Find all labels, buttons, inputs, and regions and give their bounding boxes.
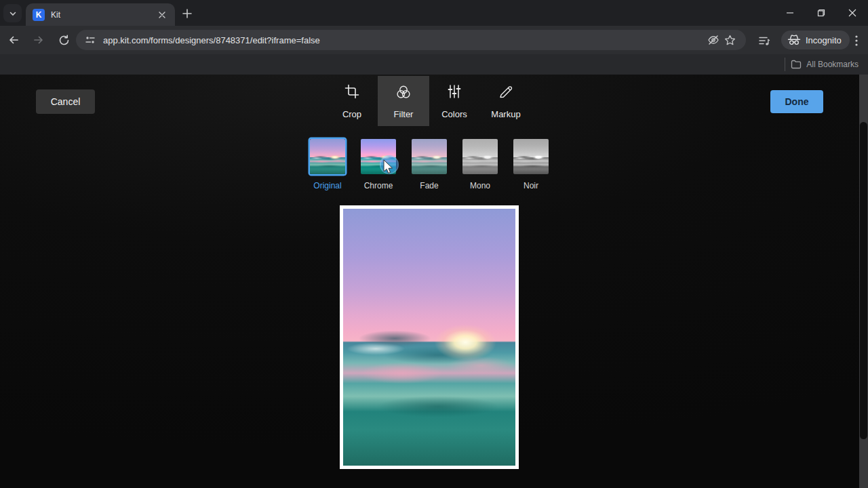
- reload-icon: [58, 35, 70, 46]
- mouse-cursor: [382, 159, 395, 176]
- bookmark-star-button[interactable]: [722, 32, 738, 48]
- kebab-menu-icon: [855, 35, 858, 46]
- tab-crop[interactable]: Crop: [332, 84, 372, 119]
- forward-arrow-icon: [33, 34, 45, 46]
- tab-strip: K Kit: [0, 0, 868, 26]
- url-text: app.kit.com/forms/designers/8748371/edit…: [103, 35, 705, 45]
- media-list-icon: [758, 35, 770, 47]
- filter-label-original: Original: [302, 181, 353, 190]
- tab-markup[interactable]: Markup: [486, 84, 526, 119]
- all-bookmarks-button[interactable]: All Bookmarks: [791, 54, 859, 75]
- plus-icon: [182, 9, 192, 18]
- eye-off-icon: [707, 34, 719, 46]
- tab-close-icon[interactable]: [156, 9, 168, 21]
- photo-preview-image: [343, 209, 515, 466]
- thumbnail-image-mono: [462, 139, 498, 174]
- thumbnail-image-original: [310, 139, 345, 174]
- page-scrollbar[interactable]: [859, 75, 868, 488]
- browser-window: K Kit: [0, 0, 868, 488]
- new-tab-button[interactable]: [179, 5, 195, 22]
- browser-tab[interactable]: K Kit: [26, 3, 175, 26]
- site-settings-icon: [84, 34, 96, 46]
- address-bar[interactable]: app.kit.com/forms/designers/8748371/edit…: [76, 30, 746, 50]
- incognito-badge: Incognito: [781, 30, 850, 49]
- sliders-icon: [447, 84, 462, 99]
- filter-thumb-mono[interactable]: Mono: [454, 139, 506, 190]
- tab-filter[interactable]: Filter: [383, 84, 424, 119]
- tab-colors[interactable]: Colors: [434, 84, 475, 119]
- bookmarks-separator: [785, 58, 785, 71]
- cancel-button[interactable]: Cancel: [36, 89, 95, 114]
- browser-menu-button[interactable]: [848, 32, 865, 49]
- incognito-icon: [787, 35, 801, 45]
- filter-label-mono: Mono: [454, 181, 506, 190]
- back-arrow-icon: [7, 34, 20, 46]
- tab-filter-label: Filter: [394, 109, 414, 119]
- tab-search-button[interactable]: [3, 4, 22, 22]
- scrollbar-thumb[interactable]: [860, 122, 867, 439]
- back-button[interactable]: [2, 28, 25, 52]
- window-controls: [774, 0, 868, 26]
- incognito-label: Incognito: [806, 35, 842, 45]
- kit-favicon: K: [33, 9, 45, 21]
- filter-label-chrome: Chrome: [353, 181, 404, 190]
- done-button[interactable]: Done: [770, 90, 823, 113]
- filter-label-noir: Noir: [505, 181, 557, 190]
- thumbnail-image-fade: [412, 139, 447, 174]
- tab-colors-label: Colors: [441, 109, 467, 119]
- close-window-button[interactable]: [837, 0, 868, 26]
- folder-icon: [791, 60, 802, 69]
- restore-icon: [817, 9, 825, 17]
- star-icon: [724, 35, 736, 46]
- close-icon: [848, 9, 856, 17]
- editor-page: Cancel Done Crop Filter Colors Markup Or…: [0, 75, 868, 488]
- forward-button[interactable]: [27, 28, 50, 52]
- tab-title: Kit: [51, 10, 156, 20]
- filter-thumb-original[interactable]: Original: [302, 139, 353, 190]
- all-bookmarks-label: All Bookmarks: [806, 60, 859, 69]
- crop-icon: [344, 84, 359, 99]
- tab-markup-label: Markup: [491, 109, 520, 119]
- restore-button[interactable]: [806, 0, 837, 26]
- minimize-icon: [786, 9, 794, 17]
- filter-label-fade: Fade: [403, 181, 455, 190]
- tab-crop-label: Crop: [342, 109, 361, 119]
- media-controls-button[interactable]: [755, 32, 773, 49]
- photo-preview-frame: [340, 205, 519, 469]
- filter-thumb-fade[interactable]: Fade: [403, 139, 455, 190]
- pencil-icon: [498, 84, 513, 99]
- reload-button[interactable]: [52, 28, 75, 52]
- filter-icon: [395, 84, 412, 100]
- thumbnail-image-noir: [513, 139, 549, 174]
- password-hidden-button[interactable]: [705, 32, 722, 48]
- chevron-down-icon: [9, 9, 17, 18]
- bookmarks-bar: All Bookmarks: [0, 54, 868, 75]
- filter-thumb-noir[interactable]: Noir: [505, 139, 557, 190]
- minimize-button[interactable]: [774, 0, 806, 26]
